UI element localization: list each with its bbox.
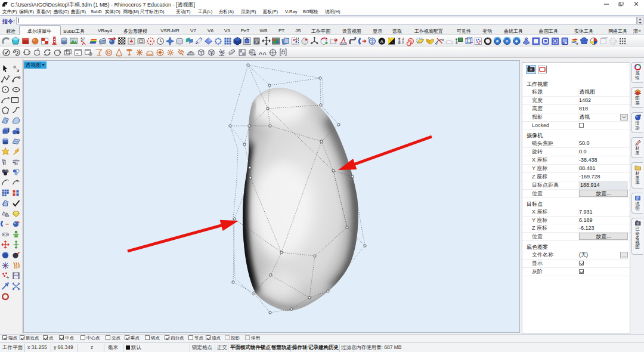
svg-text:A: A xyxy=(380,39,383,44)
svg-text:A: A xyxy=(255,41,258,44)
svg-text:57: 57 xyxy=(80,37,85,41)
